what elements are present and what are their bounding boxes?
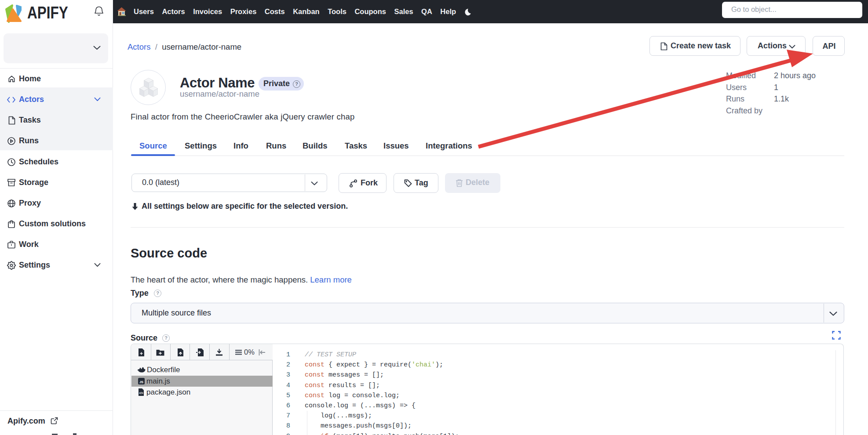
svg-text:</>: </> (139, 392, 143, 395)
svg-text:JS: JS (139, 380, 143, 384)
